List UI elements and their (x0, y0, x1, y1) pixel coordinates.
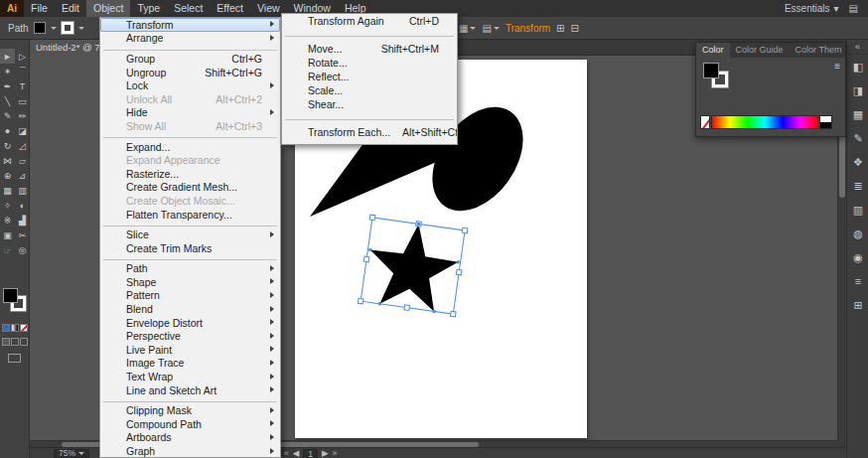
column-graph-tool[interactable]: ▟ (15, 213, 30, 228)
fill-dropdown-icon[interactable] (51, 27, 57, 30)
menubar-item-effect[interactable]: Effect (210, 0, 250, 17)
scale-tool[interactable]: ◿ (15, 138, 30, 153)
anchor-point[interactable] (368, 248, 371, 251)
previous-artboard-button[interactable]: ◀ (293, 449, 300, 458)
shape-builder-tool[interactable]: ⊕ (0, 168, 15, 183)
menu-item-shear[interactable]: Shear... (282, 97, 457, 111)
blend-tool[interactable]: ◐ (15, 198, 30, 213)
paintbrush-tool[interactable]: ✎ (0, 108, 15, 123)
selection-handle-s[interactable] (404, 305, 410, 311)
menu-item-expand-appearance[interactable]: Expand Appearance (100, 153, 280, 167)
menu-item-reflect[interactable]: Reflect... (282, 70, 457, 83)
transform-panel-link[interactable]: Transform (506, 23, 550, 34)
menu-item-slice[interactable]: Slice (100, 228, 280, 241)
none-color-swatch[interactable] (700, 115, 710, 129)
free-transform-tool[interactable]: ▱ (15, 153, 30, 168)
draw-inside-mode-button[interactable] (20, 338, 28, 346)
menu-item-graph[interactable]: Graph (100, 444, 280, 458)
menu-item-live-paint[interactable]: Live Paint (100, 343, 280, 357)
black-swatch[interactable] (820, 122, 831, 128)
menu-item-flatten-transparency[interactable]: Flatten Transparency... (100, 208, 280, 222)
panel-icon-color[interactable]: ◧ (847, 55, 868, 78)
none-button[interactable] (20, 324, 28, 332)
direct-selection-tool[interactable]: ▷ (15, 49, 30, 64)
menubar-item-edit[interactable]: Edit (55, 0, 86, 17)
panel-icon-appearance[interactable]: ◉ (847, 245, 868, 269)
menu-item-line-and-sketch-art[interactable]: Line and Sketch Art (100, 383, 280, 397)
menubar-item-select[interactable]: Select (167, 0, 210, 17)
menu-item-path[interactable]: Path (100, 262, 280, 276)
color-spectrum-ramp[interactable] (711, 115, 818, 129)
lasso-tool[interactable]: ⌒ (15, 64, 30, 78)
menu-item-expand[interactable]: Expand... (100, 140, 280, 154)
menu-item-transform[interactable]: Transform (100, 18, 280, 32)
line-segment-tool[interactable]: ╲ (0, 93, 15, 108)
menu-item-create-trim-marks[interactable]: Create Trim Marks (100, 241, 280, 255)
menu-item-clipping-mask[interactable]: Clipping Mask (100, 403, 280, 417)
workspace-switcher[interactable]: Essentials ▾ (785, 3, 839, 14)
menu-item-rasterize[interactable]: Rasterize... (100, 167, 280, 181)
menu-item-perspective[interactable]: Perspective (100, 329, 280, 343)
selection-handle-ne[interactable] (462, 228, 468, 233)
anchor-point[interactable] (417, 223, 420, 226)
mesh-tool[interactable]: ▦ (0, 183, 15, 198)
hand-tool[interactable]: ☞ (0, 242, 15, 257)
panel-icon-layers[interactable]: ≡ (847, 269, 868, 293)
magic-wand-tool[interactable]: ✶ (0, 64, 15, 78)
menu-item-create-gradient-mesh[interactable]: Create Gradient Mesh... (100, 181, 280, 195)
menu-item-transform-each[interactable]: Transform Each... Alt+Shift+Ctrl+D (282, 125, 457, 139)
stroke-color-swatch[interactable] (62, 22, 73, 34)
perspective-grid-tool[interactable]: ⊿ (15, 168, 30, 183)
app-logo[interactable]: Ai (0, 0, 24, 17)
fill-color-swatch[interactable] (34, 22, 46, 34)
draw-normal-mode-button[interactable] (2, 338, 10, 346)
menu-item-pattern[interactable]: Pattern (100, 289, 280, 303)
star-shape[interactable] (362, 218, 462, 314)
menu-item-rotate[interactable]: Rotate... (282, 56, 457, 70)
panel-icon-swatches[interactable]: ▦ (847, 102, 868, 126)
anchor-point[interactable] (378, 302, 381, 305)
anchor-point[interactable] (457, 260, 460, 263)
menu-item-arrange[interactable]: Arrange (100, 32, 280, 46)
selection-handle-w[interactable] (363, 256, 369, 262)
zoom-level-dropdown[interactable]: 75% (54, 449, 89, 458)
menu-item-lock[interactable]: Lock (100, 78, 280, 92)
panel-tab-color[interactable]: Color (696, 43, 730, 58)
anchor-point[interactable] (432, 310, 435, 313)
first-artboard-button[interactable]: « (284, 449, 289, 458)
draw-behind-mode-button[interactable] (11, 338, 19, 346)
zoom-tool[interactable]: ◎ (15, 242, 30, 257)
blob-brush-tool[interactable]: ● (0, 123, 15, 138)
menu-item-compound-path[interactable]: Compound Path (100, 417, 280, 431)
menu-item-unlock-all[interactable]: Unlock All Alt+Ctrl+2 (100, 92, 280, 106)
panel-menu-icon[interactable]: ≡ (834, 61, 840, 72)
screen-mode-button[interactable] (8, 354, 21, 363)
last-artboard-button[interactable]: » (333, 449, 338, 458)
selection-handle-sw[interactable] (358, 298, 363, 304)
menu-item-ungroup[interactable]: Ungroup Shift+Ctrl+G (100, 66, 280, 79)
fill-indicator[interactable] (3, 288, 18, 303)
gradient-tool[interactable]: ▥ (15, 183, 30, 198)
stroke-dropdown-icon[interactable] (78, 27, 84, 30)
align-objects-icon[interactable]: ⊞ (556, 23, 564, 34)
gradient-button[interactable] (11, 324, 19, 332)
menu-item-transform-again[interactable]: Transform Again Ctrl+D (282, 14, 457, 28)
panel-icon-transparency[interactable]: ◍ (847, 222, 868, 245)
type-tool[interactable]: T (15, 78, 30, 93)
selection-handle-e[interactable] (456, 269, 462, 275)
pen-tool[interactable]: ✒ (0, 78, 15, 93)
artboard-tool[interactable]: ▣ (0, 228, 15, 242)
menu-item-image-trace[interactable]: Image Trace (100, 357, 280, 371)
panel-icon-brushes[interactable]: ✎ (847, 126, 868, 150)
menu-item-blend[interactable]: Blend (100, 302, 280, 316)
appearance-dropdown[interactable]: ▤ (482, 23, 499, 34)
panel-icon-artboards[interactable]: ⊞ (847, 293, 868, 317)
selection-handle-se[interactable] (450, 311, 456, 317)
panel-icon-gradient[interactable]: ▥ (847, 198, 868, 222)
menu-item-hide[interactable]: Hide (100, 106, 280, 120)
panel-tab-color-guide[interactable]: Color Guide (730, 43, 790, 58)
menu-item-scale[interactable]: Scale... (282, 83, 457, 97)
eraser-tool[interactable]: ◪ (15, 123, 30, 138)
symbol-sprayer-tool[interactable]: ※ (0, 213, 15, 228)
panel-tab-color-them[interactable]: Color Them (790, 43, 845, 58)
